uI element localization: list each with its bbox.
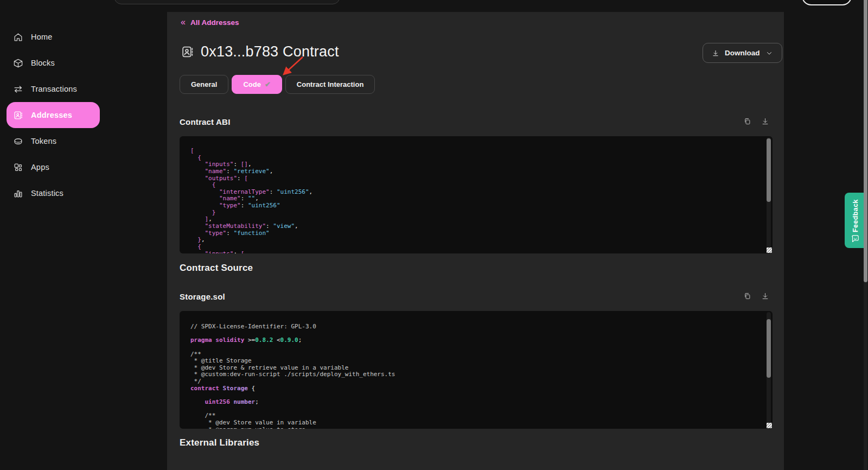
transfer-arrows-icon <box>13 84 23 94</box>
code-line: [ <box>190 148 765 155</box>
page-title: 0x13...b783 Contract <box>201 43 339 60</box>
external-libraries-heading: External Libraries <box>180 437 259 448</box>
source-scrollbar[interactable] <box>767 312 771 428</box>
sidebar-item-label: Blocks <box>31 59 55 67</box>
cube-icon <box>13 58 23 68</box>
download-icon <box>712 49 719 57</box>
sidebar-item-tokens[interactable]: Tokens <box>7 128 100 154</box>
code-line: */ <box>190 378 765 385</box>
download-label: Download <box>725 49 760 57</box>
code-line: uint256 number; <box>190 399 765 406</box>
code-line: } <box>190 209 765 217</box>
code-line: "internalType": "uint256", <box>190 189 765 196</box>
source-scrollbar-thumb[interactable] <box>767 319 771 378</box>
code-line: * @custom:dev-run-script ./scripts/deplo… <box>190 371 765 378</box>
page-scrollbar[interactable] <box>864 0 867 470</box>
feedback-label: Feedback <box>845 197 866 235</box>
download-icon[interactable] <box>761 292 769 300</box>
home-icon <box>13 32 23 42</box>
abi-code: [ { "inputs": [], "name": "retrieve", "o… <box>190 148 765 253</box>
code-line <box>190 406 765 413</box>
code-line: { <box>190 244 765 251</box>
sidebar-item-apps[interactable]: Apps <box>7 154 100 180</box>
main-panel: « All Addresses 0x13...b783 Contract Dow… <box>167 12 784 470</box>
coin-icon <box>13 136 23 147</box>
sidebar-item-transactions[interactable]: Transactions <box>7 76 100 102</box>
page-scrollbar-thumb[interactable] <box>864 0 867 282</box>
code-line <box>190 344 765 351</box>
sidebar-item-statistics[interactable]: Statistics <box>7 180 100 206</box>
code-line: contract Storage { <box>190 385 765 392</box>
copy-icon[interactable] <box>743 117 751 125</box>
code-line: }, <box>190 237 765 244</box>
storage-sol-code: // SPDX-License-Identifier: GPL-3.0pragm… <box>190 323 765 429</box>
sidebar-item-label: Statistics <box>31 189 63 198</box>
sidebar-item-label: Transactions <box>31 85 77 93</box>
sidebar-item-addresses[interactable]: Addresses <box>7 102 100 128</box>
source-file-label: Storage.sol <box>180 292 225 301</box>
sidebar-item-home[interactable]: Home <box>7 24 100 50</box>
sidebar-item-blocks[interactable]: Blocks <box>7 50 100 76</box>
tab-code[interactable]: Code ✔ <box>232 75 282 94</box>
download-icon[interactable] <box>761 117 769 125</box>
code-line <box>190 392 765 399</box>
tab-label: Code <box>243 80 261 88</box>
sidebar-item-label: Apps <box>31 163 49 172</box>
abi-scrollbar[interactable] <box>767 137 771 252</box>
sidebar-item-label: Tokens <box>31 137 56 145</box>
sidebar-item-label: Home <box>31 33 52 41</box>
resize-handle[interactable] <box>767 423 772 428</box>
contract-source-heading: Contract Source <box>180 263 253 274</box>
sidebar: Home Blocks Transactions Addresses Token… <box>0 0 167 470</box>
code-line: pragma solidity >=0.8.2 <0.9.0; <box>190 337 765 344</box>
copy-icon[interactable] <box>743 292 751 300</box>
code-line: "type": "uint256" <box>190 202 765 209</box>
code-line: /** <box>190 351 765 358</box>
tab-general[interactable]: General <box>180 75 228 94</box>
breadcrumb-label: All Addresses <box>190 18 239 27</box>
contract-abi-label: Contract ABI <box>180 117 231 126</box>
apps-grid-icon <box>13 162 23 173</box>
checkmark-icon: ✔ <box>265 80 271 88</box>
tab-label: Contract Interaction <box>297 80 364 88</box>
abi-scrollbar-thumb[interactable] <box>767 138 771 202</box>
tab-label: General <box>191 80 217 88</box>
contract-abi-code-block: [ { "inputs": [], "name": "retrieve", "o… <box>180 136 773 253</box>
chevron-down-icon <box>765 49 773 57</box>
feedback-button[interactable]: Feedback <box>845 193 866 248</box>
topright-button-partial[interactable] <box>802 0 852 5</box>
code-line: "inputs": [], <box>190 161 765 168</box>
address-book-icon <box>181 45 194 59</box>
download-button[interactable]: Download <box>703 43 782 63</box>
double-chevron-left-icon: « <box>181 18 186 27</box>
bar-chart-icon <box>13 188 23 199</box>
chat-smiley-icon <box>851 234 860 243</box>
resize-handle[interactable] <box>767 247 772 253</box>
tab-contract-interaction[interactable]: Contract Interaction <box>285 75 375 94</box>
address-book-icon <box>13 110 23 120</box>
tab-bar: General Code ✔ Contract Interaction <box>180 75 375 94</box>
code-line: "type": "function" <box>190 230 765 237</box>
breadcrumb-all-addresses[interactable]: « All Addresses <box>181 18 239 27</box>
code-line: "outputs": [ <box>190 175 765 182</box>
storage-sol-code-block: // SPDX-License-Identifier: GPL-3.0pragm… <box>180 311 773 429</box>
sidebar-item-label: Addresses <box>31 111 72 119</box>
code-line: // SPDX-License-Identifier: GPL-3.0 <box>190 323 765 331</box>
code-line: "stateMutability": "view", <box>190 223 765 230</box>
code-line: { <box>190 155 765 162</box>
code-line: "name": "retrieve", <box>190 168 765 175</box>
code-line: "inputs": [ <box>190 251 765 253</box>
code-line: * @param num value to store <box>190 427 765 429</box>
